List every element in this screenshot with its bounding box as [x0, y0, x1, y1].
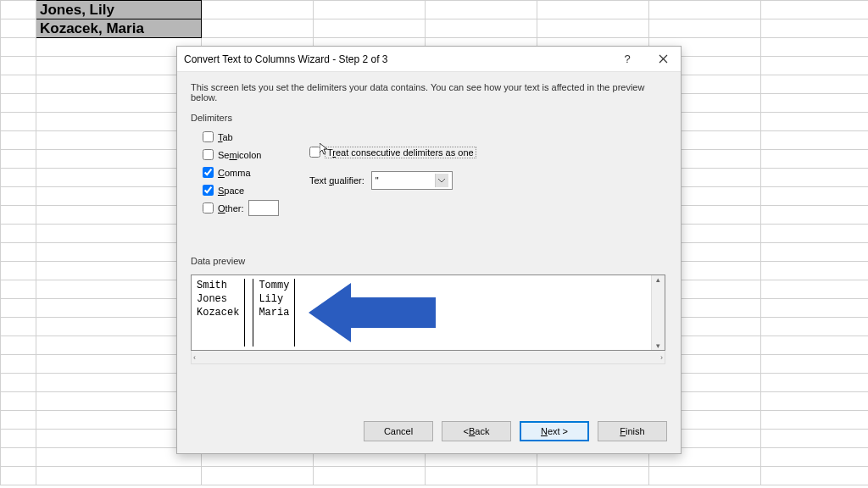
cell-g1[interactable] — [761, 1, 869, 19]
cell-blank[interactable] — [1, 1, 36, 19]
next-button[interactable]: Next > — [520, 421, 589, 441]
other-checkbox[interactable] — [203, 202, 214, 214]
cell-c2[interactable] — [314, 19, 426, 38]
text-qualifier-value: " — [376, 175, 379, 186]
delimiters-group: Delimiters Tab Semicolon Comma Space — [191, 113, 667, 217]
treat-consecutive-row[interactable]: Treat consecutive delimiters as one — [309, 143, 667, 161]
help-button[interactable]: ? — [616, 53, 638, 65]
scroll-up-icon: ▴ — [656, 275, 660, 284]
annotation-arrow-icon — [309, 279, 436, 349]
semicolon-label: Semicolon — [218, 150, 261, 160]
dialog-titlebar: Convert Text to Columns Wizard - Step 2 … — [177, 47, 681, 72]
preview-col-gap — [245, 279, 253, 347]
treat-consecutive-checkbox[interactable] — [309, 147, 320, 158]
chevron-down-icon — [435, 174, 448, 187]
comma-label: Comma — [218, 168, 251, 178]
text-qualifier-select[interactable]: " — [371, 171, 453, 190]
cell-d2[interactable] — [426, 19, 537, 38]
tab-label: Tab — [218, 132, 233, 142]
cell-d1[interactable] — [426, 1, 537, 19]
close-icon — [659, 54, 668, 64]
back-button[interactable]: < Back — [442, 421, 511, 441]
finish-button[interactable]: Finish — [598, 421, 667, 441]
scrollbar-horizontal[interactable]: ‹ › — [191, 351, 665, 364]
cell-e1[interactable] — [537, 1, 649, 19]
cell-e2[interactable] — [537, 19, 649, 38]
text-to-columns-dialog: Convert Text to Columns Wizard - Step 2 … — [176, 46, 682, 454]
cell-a2[interactable]: Kozacek, Maria — [36, 19, 202, 38]
preview-col-1: Smith Jones Kozacek — [192, 279, 245, 347]
cell-c1[interactable] — [314, 1, 426, 19]
dialog-intro-text: This screen lets you set the delimiters … — [191, 82, 667, 103]
cell-b2[interactable] — [202, 19, 314, 38]
cell-b1[interactable] — [202, 1, 314, 19]
cell-f1[interactable] — [649, 1, 761, 19]
text-qualifier-label: Text qualifier: — [309, 175, 364, 186]
comma-checkbox-row[interactable]: Comma — [203, 164, 292, 181]
semicolon-checkbox-row[interactable]: Semicolon — [203, 146, 292, 164]
other-input[interactable] — [248, 200, 279, 216]
other-checkbox-row[interactable]: Other: — [203, 199, 292, 217]
scroll-down-icon: ▾ — [656, 341, 660, 350]
scroll-right-icon: › — [660, 353, 663, 362]
dialog-button-row: Cancel < Back Next > Finish — [364, 421, 667, 441]
cell-g2[interactable] — [761, 19, 869, 38]
other-label: Other: — [218, 203, 244, 214]
preview-col-2: Tommy Lily Maria — [253, 279, 295, 347]
cancel-button[interactable]: Cancel — [364, 421, 433, 441]
space-label: Space — [218, 186, 244, 196]
cell-f2[interactable] — [649, 19, 761, 38]
scrollbar-vertical[interactable]: ▴ ▾ — [651, 275, 665, 350]
tab-checkbox[interactable] — [203, 131, 214, 142]
treat-consecutive-label: Treat consecutive delimiters as one — [325, 147, 476, 158]
semicolon-checkbox[interactable] — [203, 149, 214, 160]
scroll-left-icon: ‹ — [193, 353, 196, 362]
space-checkbox-row[interactable]: Space — [203, 181, 292, 199]
delimiters-label: Delimiters — [191, 113, 667, 123]
dialog-title: Convert Text to Columns Wizard - Step 2 … — [184, 53, 616, 65]
cell-a1[interactable]: Jones, Lily — [36, 1, 202, 19]
tab-checkbox-row[interactable]: Tab — [203, 128, 292, 146]
space-checkbox[interactable] — [203, 185, 214, 196]
close-button[interactable] — [652, 54, 674, 64]
comma-checkbox[interactable] — [203, 167, 214, 178]
data-preview-label: Data preview — [191, 256, 667, 266]
cell-blank[interactable] — [1, 19, 36, 38]
